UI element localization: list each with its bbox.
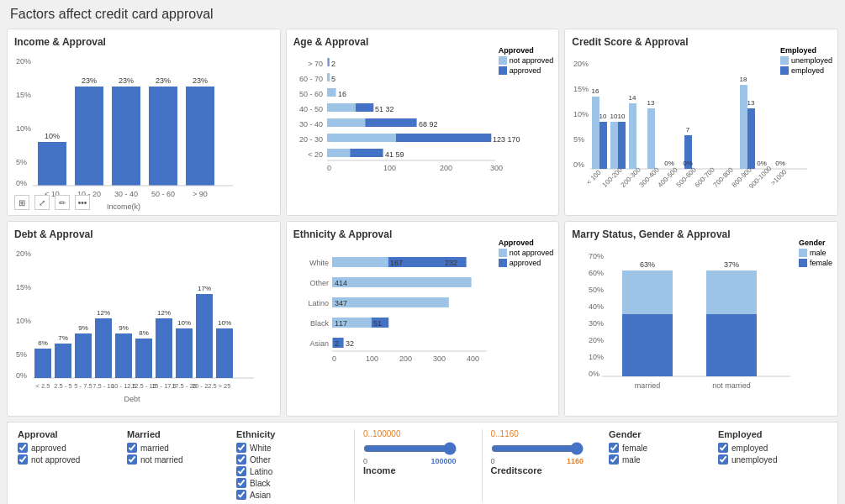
svg-text:Income(k): Income(k)	[107, 202, 140, 211]
age-chart-card: Age & Approval Approved not approved app…	[286, 29, 560, 216]
svg-rect-45	[327, 149, 350, 157]
ethnicity-legend-title: Approved	[499, 239, 554, 247]
ethnicity-legend-approved: approved	[499, 259, 554, 267]
svg-text:23%: 23%	[119, 76, 134, 85]
svg-text:51: 51	[373, 319, 382, 328]
ethnicity-black-checkbox[interactable]	[236, 478, 246, 488]
svg-rect-64	[618, 122, 626, 169]
svg-text:12%: 12%	[97, 309, 110, 317]
svg-text:6%: 6%	[38, 339, 48, 347]
age-chart-svg: > 70 2 60 - 70 5 50 - 60 16 40 - 50	[293, 51, 529, 207]
income-slider-labels: 0 100000	[363, 457, 457, 465]
income-slider[interactable]	[363, 442, 457, 455]
marry-chart-card: Marry Status, Gender & Approval Gender m…	[564, 221, 838, 417]
employed-unemployed-checkbox[interactable]	[718, 454, 728, 465]
gender-female-item: female	[609, 443, 693, 453]
svg-text:5%: 5%	[16, 158, 27, 166]
svg-text:15%: 15%	[573, 85, 589, 93]
svg-text:30 - 40: 30 - 40	[114, 190, 138, 198]
debt-chart-title: Debt & Approval	[14, 228, 273, 240]
svg-rect-166	[622, 314, 673, 376]
svg-text:30%: 30%	[589, 319, 604, 328]
svg-rect-63	[610, 122, 618, 169]
ethnicity-asian-checkbox[interactable]	[236, 490, 246, 500]
dashboard: Income & Approval 20% 15% 10% 5% 0% 10% …	[0, 29, 845, 504]
svg-text:married: married	[635, 381, 661, 390]
svg-text:14: 14	[629, 94, 636, 102]
svg-rect-100	[55, 344, 71, 378]
svg-rect-114	[196, 294, 213, 378]
toolbar-expand-icon[interactable]: ⤢	[34, 195, 50, 210]
toolbar-table-icon[interactable]: ⊞	[14, 195, 29, 210]
gender-filter-title: Gender	[609, 429, 693, 439]
svg-text:414: 414	[335, 279, 347, 287]
employed-employed-checkbox[interactable]	[718, 443, 728, 453]
marry-legend-male: male	[799, 249, 832, 257]
gender-female-checkbox[interactable]	[609, 443, 619, 453]
svg-rect-169	[706, 314, 757, 376]
svg-text:0: 0	[327, 164, 331, 172]
svg-text:10%: 10%	[589, 353, 604, 361]
approval-not-approved-checkbox[interactable]	[18, 454, 28, 465]
svg-text:60 - 70: 60 - 70	[299, 75, 323, 83]
credit-slider-range: 0..1160	[491, 429, 584, 438]
divider2	[482, 429, 483, 501]
svg-text:7: 7	[686, 126, 690, 134]
svg-rect-116	[216, 328, 233, 378]
svg-rect-106	[115, 333, 132, 378]
ethnicity-other-checkbox[interactable]	[236, 454, 246, 465]
credit-legend: Employed unemployed employed	[780, 46, 832, 76]
age-legend-not-approved: not approved	[499, 56, 554, 65]
toolbar-edit-icon[interactable]: ✏	[55, 195, 70, 210]
svg-text:40%: 40%	[589, 302, 604, 311]
svg-text:Latino: Latino	[308, 299, 329, 307]
approval-filter-group: Approval approved not approved	[18, 429, 102, 466]
employed-filter-title: Employed	[718, 429, 802, 439]
svg-text:< 20: < 20	[308, 150, 323, 159]
svg-text:2: 2	[331, 60, 335, 68]
credit-legend-title: Employed	[780, 46, 832, 55]
toolbar-more-icon[interactable]: •••	[75, 195, 90, 210]
svg-text:32: 32	[346, 339, 354, 348]
svg-rect-74	[747, 108, 755, 169]
svg-text:18: 18	[740, 76, 747, 83]
married-married-item: married	[127, 443, 211, 453]
svg-text:20%: 20%	[16, 249, 31, 258]
svg-rect-67	[629, 103, 636, 169]
svg-text:232: 232	[445, 259, 457, 267]
income-chart-title: Income & Approval	[14, 36, 273, 48]
ethnicity-latino-checkbox[interactable]	[236, 466, 246, 476]
svg-rect-38	[365, 118, 416, 127]
married-not-married-checkbox[interactable]	[127, 454, 137, 465]
gender-male-item: male	[609, 454, 693, 465]
credit-slider-labels: 0 1160	[491, 457, 584, 465]
svg-text:51  32: 51 32	[375, 105, 394, 113]
svg-rect-146	[332, 338, 333, 348]
credit-legend-unemployed: unemployed	[780, 56, 832, 65]
svg-text:0%: 0%	[665, 160, 675, 167]
credit-slider[interactable]	[491, 442, 584, 455]
married-not-married-item: not married	[127, 454, 211, 465]
page-container: Factors affect credit card approval Inco…	[0, 0, 845, 504]
gender-male-checkbox[interactable]	[609, 454, 619, 465]
svg-text:< 2.5: < 2.5	[36, 382, 50, 390]
svg-text:117: 117	[335, 319, 347, 328]
marry-legend: Gender male female	[799, 239, 832, 269]
svg-text:0%: 0%	[758, 160, 768, 167]
svg-text:68  92: 68 92	[419, 120, 438, 129]
svg-rect-5	[38, 142, 66, 186]
svg-text:7%: 7%	[58, 334, 68, 342]
ethnicity-filter-group: Ethnicity White Other Latino Black	[236, 429, 320, 501]
ethnicity-white-checkbox[interactable]	[236, 443, 246, 453]
svg-text:5%: 5%	[16, 350, 27, 359]
svg-text:8%: 8%	[139, 329, 149, 337]
employed-filter-group: Employed employed unemployed	[718, 429, 802, 466]
svg-rect-98	[34, 349, 51, 378]
approval-approved-checkbox[interactable]	[18, 443, 28, 453]
svg-text:50 - 60: 50 - 60	[299, 90, 323, 98]
married-married-checkbox[interactable]	[127, 443, 137, 453]
svg-text:> 70: > 70	[308, 60, 323, 68]
svg-text:23%: 23%	[156, 76, 171, 85]
svg-rect-7	[75, 87, 103, 186]
svg-rect-104	[95, 318, 112, 378]
